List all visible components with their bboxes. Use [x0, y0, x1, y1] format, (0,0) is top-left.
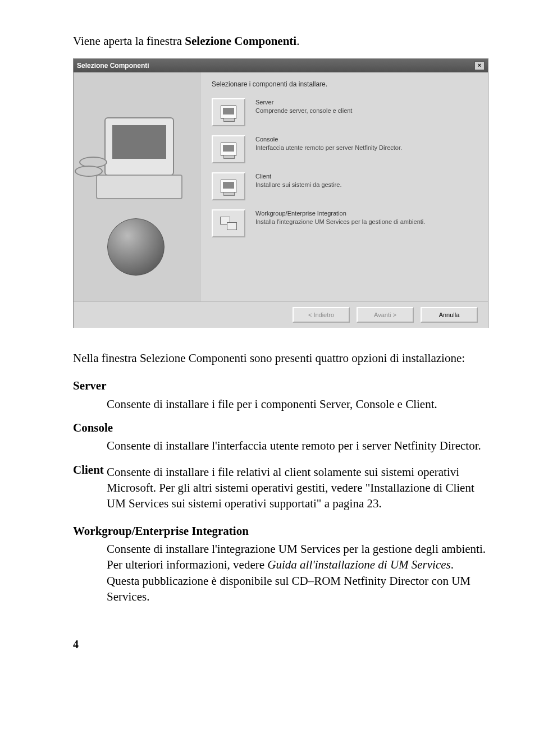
globe-icon [107, 218, 165, 276]
option-title: Console [255, 135, 402, 144]
option-client: Client Installare sui sistemi da gestire… [212, 172, 477, 200]
network-icon [220, 217, 237, 230]
lead-paragraph: Nella finestra Selezione Componenti sono… [73, 350, 488, 366]
intro-suffix: . [296, 34, 299, 48]
dialog-instruction: Selezionare i componenti da installare. [212, 80, 477, 88]
definition-list: Server Consente di installare i file per… [73, 378, 488, 604]
computer-icon [221, 180, 236, 193]
next-button[interactable]: Avanti > [357, 307, 414, 323]
dialog-options-panel: Selezionare i componenti da installare. … [200, 72, 488, 301]
client-entry: Client Consente di installare i file rel… [73, 462, 488, 520]
dialog-illustration [74, 72, 200, 301]
workgroup-desc: Consente di installare l'integrazione UM… [107, 541, 488, 604]
page-content: Viene aperta la finestra Selezione Compo… [0, 0, 539, 673]
client-desc: Consente di installare i file relativi a… [107, 464, 488, 512]
option-console: Console Interfaccia utente remoto per se… [212, 135, 477, 163]
dialog-body: Selezionare i componenti da installare. … [74, 72, 488, 301]
page-number: 4 [73, 638, 488, 651]
option-server: Server Comprende server, console e clien… [212, 98, 477, 126]
option-console-button[interactable] [212, 135, 245, 163]
server-desc: Consente di installare i file per i comp… [107, 396, 488, 412]
intro-line: Viene aperta la finestra Selezione Compo… [73, 34, 488, 48]
intro-prefix: Viene aperta la finestra [73, 34, 185, 48]
server-term: Server [73, 378, 488, 393]
disc-icon [75, 166, 103, 177]
option-desc: Installare sui sistemi da gestire. [255, 181, 341, 189]
computer-icon [221, 143, 236, 156]
workgroup-term: Workgroup/Enterprise Integration [73, 523, 488, 539]
option-client-button[interactable] [212, 172, 245, 200]
option-desc: Comprende server, console e client [255, 107, 352, 115]
dialog-window: Selezione Componenti × Selezionare i com… [73, 58, 488, 328]
close-icon[interactable]: × [474, 61, 485, 70]
computer-base-icon [96, 175, 182, 199]
workgroup-desc-italic: Guida all'installazione di UM Services [267, 558, 450, 571]
back-button[interactable]: < Indietro [293, 307, 350, 323]
intro-bold: Selezione Componenti [185, 34, 296, 48]
option-title: Workgroup/Enterprise Integration [255, 209, 425, 218]
option-workgroup: Workgroup/Enterprise Integration Install… [212, 209, 477, 237]
option-workgroup-button[interactable] [212, 209, 245, 237]
option-title: Server [255, 98, 352, 107]
dialog-titlebar: Selezione Componenti × [74, 59, 488, 72]
monitor-icon [104, 117, 174, 176]
option-server-button[interactable] [212, 98, 245, 126]
console-desc: Consente di installare l'interfaccia ute… [107, 438, 488, 453]
option-desc: Installa l'integrazione UM Services per … [255, 218, 425, 226]
client-term: Client [73, 462, 107, 520]
option-desc: Interfaccia utente remoto per server Net… [255, 144, 402, 152]
computer-icon [221, 106, 236, 119]
dialog-title: Selezione Componenti [77, 62, 149, 70]
dialog-button-row: < Indietro Avanti > Annulla [74, 301, 488, 328]
console-term: Console [73, 420, 488, 436]
cancel-button[interactable]: Annulla [421, 307, 478, 323]
explanatory-text: Nella finestra Selezione Componenti sono… [73, 350, 488, 604]
option-title: Client [255, 172, 341, 181]
